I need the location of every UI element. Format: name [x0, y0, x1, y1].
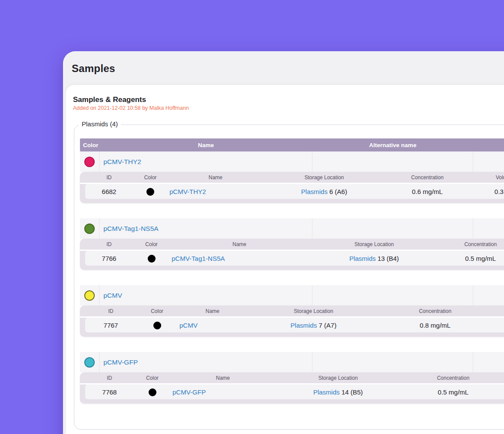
subtable-header: ID Color Name Storage Location Concentra… — [80, 172, 504, 184]
storage-location-cell: Plasmids 13 (B4) — [309, 255, 439, 262]
plasmid-name-link[interactable]: pCMV-GFP — [103, 358, 138, 366]
aliquot-color-dot — [149, 388, 156, 396]
plasmid-name-link[interactable]: pCMV-THY2 — [103, 158, 141, 166]
sub-header-color: Color — [136, 308, 178, 314]
table-row[interactable]: pCMV-Tag1-NS5A — [80, 218, 504, 239]
plasmid-entry: pCMV-GFP ID Color Name Storage Location … — [80, 352, 504, 404]
plasmid-entry: pCMV-Tag1-NS5A ID Color Name Storage Loc… — [80, 218, 504, 270]
plasmid-name-link[interactable]: pCMV — [103, 292, 122, 299]
subtable-row[interactable]: 6682 pCMV-THY2 Plasmids 6 (A6) 0.6 mg/mL… — [85, 184, 504, 199]
aliquot-id: 7767 — [85, 322, 136, 329]
subtable-header: ID Color Name Storage Location Concentra… — [80, 372, 504, 385]
storage-location-link[interactable]: Plasmids — [301, 188, 328, 195]
sub-header-storage: Storage Location — [309, 241, 439, 247]
concentration-value: 0.5 mg/mL — [439, 255, 504, 262]
plasmid-color-swatch — [84, 357, 95, 368]
sub-header-color: Color — [133, 241, 170, 247]
aliquot-subtable: ID Color Name Storage Location Concentra… — [80, 372, 504, 404]
sub-header-id: ID — [85, 241, 133, 247]
aliquot-subtable: ID Color Name Storage Location Concentra… — [80, 239, 504, 270]
sub-header-concentration: Concentration — [385, 174, 470, 181]
plasmid-color-swatch — [84, 290, 95, 301]
aliquot-id: 7766 — [85, 255, 133, 262]
plasmids-table-header: Color Name Alternative name — [80, 138, 504, 151]
storage-location-link[interactable]: Plasmids — [313, 388, 340, 396]
sub-header-storage: Storage Location — [275, 375, 401, 381]
aliquot-subtable: ID Color Name Storage Location Concentra… — [80, 172, 504, 203]
header-name: Name — [99, 142, 312, 148]
aliquot-name-link[interactable]: pCMV-THY2 — [169, 188, 206, 195]
aliquot-subtable: ID Color Name Storage Location Concentra… — [80, 306, 504, 337]
storage-location-cell: Plasmids 7 (A7) — [247, 322, 380, 329]
concentration-value: 0.5 mg/mL — [401, 388, 504, 396]
storage-location-link[interactable]: Plasmids — [291, 322, 317, 329]
storage-location-cell: Plasmids 14 (B5) — [275, 388, 401, 396]
alternative-name-cell — [312, 285, 473, 306]
volume-value: 0.3 mL — [470, 188, 504, 195]
sub-header-name: Name — [178, 308, 247, 314]
content-panel: Samples & Reagents Added on 2021-12-02 1… — [66, 85, 504, 434]
subtable-row[interactable]: 7767 pCMV Plasmids 7 (A7) 0.8 mg/mL — [85, 318, 504, 332]
plasmid-color-swatch — [84, 224, 95, 234]
aliquot-name-link[interactable]: pCMV-Tag1-NS5A — [172, 255, 225, 262]
extra-cell — [473, 285, 504, 306]
table-row[interactable]: pCMV-GFP — [80, 352, 504, 372]
sub-header-name: Name — [168, 174, 263, 181]
plasmids-section: Plasmids (4) Color Name Alternative name… — [74, 125, 504, 430]
sub-header-concentration: Concentration — [439, 241, 504, 247]
sub-header-name: Name — [170, 241, 309, 247]
sub-header-color: Color — [134, 375, 171, 381]
extra-cell — [473, 151, 504, 172]
table-row[interactable]: pCMV — [80, 285, 504, 306]
concentration-value: 0.8 mg/mL — [380, 322, 491, 329]
subtable-row[interactable]: 7768 pCMV-GFP Plasmids 14 (B5) 0.5 mg/mL — [85, 385, 504, 399]
added-by-line: Added on 2021-12-02 10:58 by Malka Hoffm… — [73, 105, 189, 111]
app-card: Samples Samples & Reagents Added on 2021… — [63, 51, 504, 434]
extra-cell — [473, 352, 504, 372]
subtable-row[interactable]: 7766 pCMV-Tag1-NS5A Plasmids 13 (B4) 0.5… — [85, 251, 504, 266]
header-alternative-name: Alternative name — [312, 142, 473, 148]
storage-location-link[interactable]: Plasmids — [349, 255, 376, 262]
page-title: Samples — [72, 62, 115, 75]
sub-header-id: ID — [85, 308, 136, 314]
alternative-name-cell — [312, 218, 473, 239]
plasmids-legend: Plasmids (4) — [79, 120, 121, 128]
sub-header-concentration: Concentration — [401, 375, 504, 381]
aliquot-color-dot — [153, 322, 161, 329]
subtable-header: ID Color Name Storage Location Concentra… — [80, 239, 504, 251]
table-row[interactable]: pCMV-THY2 — [80, 151, 504, 172]
sub-header-volume: Volume — [470, 174, 504, 181]
concentration-value: 0.6 mg/mL — [385, 188, 470, 195]
sub-header-id: ID — [85, 174, 133, 181]
aliquot-name-link[interactable]: pCMV-GFP — [172, 388, 206, 396]
storage-location-cell: Plasmids 6 (A6) — [263, 188, 385, 195]
plasmid-color-swatch — [84, 157, 95, 167]
alternative-name-cell — [312, 352, 473, 372]
subtable-header: ID Color Name Storage Location Concentra… — [80, 306, 504, 318]
aliquot-id: 7768 — [85, 388, 134, 396]
aliquot-color-dot — [148, 255, 156, 263]
aliquot-id: 6682 — [85, 188, 133, 195]
sub-header-storage: Storage Location — [263, 174, 385, 181]
aliquot-color-dot — [146, 188, 154, 196]
plasmid-name-link[interactable]: pCMV-Tag1-NS5A — [103, 225, 159, 233]
extra-cell — [473, 218, 504, 239]
sub-header-color: Color — [133, 174, 168, 181]
aliquot-name-link[interactable]: pCMV — [179, 322, 198, 329]
plasmid-entry: pCMV-THY2 ID Color Name Storage Location… — [80, 151, 504, 203]
plasmid-entry: pCMV ID Color Name Storage Location Conc… — [80, 285, 504, 337]
sub-header-name: Name — [171, 375, 275, 381]
sub-header-storage: Storage Location — [247, 308, 380, 314]
sub-header-concentration: Concentration — [380, 308, 491, 314]
section-heading: Samples & Reagents — [73, 95, 146, 104]
alternative-name-cell — [312, 151, 473, 172]
sub-header-id: ID — [85, 375, 134, 381]
header-color: Color — [80, 142, 99, 148]
